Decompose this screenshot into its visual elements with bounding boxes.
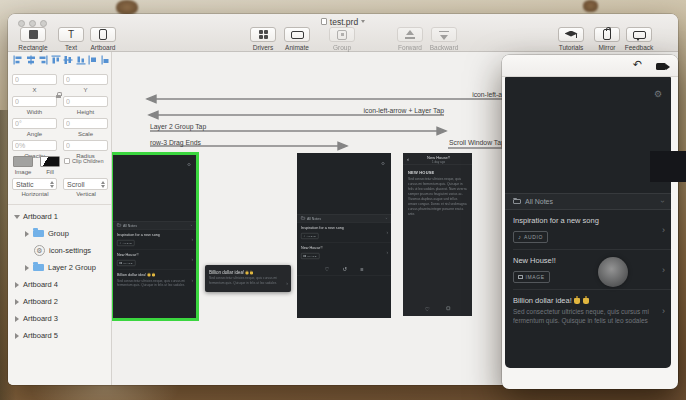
gear-icon[interactable]: ⚙ <box>654 90 662 99</box>
record-video-icon[interactable] <box>656 63 666 70</box>
vertical-label: Vertical <box>71 191 101 197</box>
preview-window: ↶ ⚙ All Notes › Inspiration for a new so… <box>502 55 678 389</box>
note-row[interactable]: New House!! IMAGE › <box>113 250 196 270</box>
layer-row-group[interactable]: Group <box>8 225 110 242</box>
artboard-2[interactable]: ⚙ All Notes › Inspiration for a new song… <box>297 153 391 318</box>
y-input[interactable] <box>63 74 108 85</box>
document-icon <box>321 18 327 25</box>
folder-icon <box>301 217 305 220</box>
align-right-icon[interactable] <box>38 55 48 65</box>
window-title-row: test.prd <box>8 16 678 27</box>
note-row[interactable]: Billion dollar idea! Sed consectetur ult… <box>113 270 196 291</box>
graduation-cap-icon <box>565 31 578 39</box>
chevron-down-icon: › <box>385 218 390 219</box>
disclosure-triangle-icon[interactable] <box>15 299 19 305</box>
detail-subtitle: 1 day ago <box>409 160 468 163</box>
artboard-3[interactable]: ‹ New House!! 1 day ago NEW HOUSE Sed co… <box>403 153 472 316</box>
note-row[interactable]: Inspiration for a new song ♪AUDIO › <box>297 223 391 243</box>
clip-children-checkbox[interactable] <box>64 158 70 164</box>
disclosure-triangle-icon[interactable] <box>14 215 20 219</box>
transition-label[interactable]: Layer 2 Group Tap <box>150 123 206 130</box>
align-center-h-icon[interactable] <box>26 55 36 65</box>
tutorials-button[interactable]: Tutorials <box>552 27 590 51</box>
chevron-down-icon: › <box>190 225 195 226</box>
note-row[interactable]: Inspiration for a new song ♪AUDIO › <box>113 230 196 250</box>
chevron-right-icon: › <box>192 237 194 242</box>
x-input[interactable] <box>12 74 57 85</box>
forward-button: Forward <box>391 27 429 51</box>
folder-row[interactable]: All Notes › <box>297 214 391 223</box>
preview-screen[interactable]: ⚙ All Notes › Inspiration for a new song… <box>505 77 671 368</box>
note-glyph-icon: ♪ <box>304 235 306 238</box>
horizontal-scroll-select[interactable]: Static <box>12 178 57 190</box>
transition-label[interactable]: icon-left-arrow + Layer Tap <box>363 107 444 114</box>
transition-label[interactable]: row-3 Drag Ends <box>150 139 201 146</box>
gear-icon[interactable]: ⚙ <box>187 162 191 167</box>
image-swatch-label: Image <box>8 169 38 175</box>
radius-input[interactable] <box>63 140 108 151</box>
lock-ratio-icon[interactable] <box>56 92 61 98</box>
scale-input[interactable] <box>63 118 108 129</box>
disclosure-triangle-icon[interactable] <box>15 333 19 339</box>
height-input[interactable] <box>63 96 108 107</box>
align-left-icon[interactable] <box>13 55 23 65</box>
note-toolbar: ♡ ↺ ≡ <box>297 262 391 275</box>
align-top-icon[interactable] <box>51 55 61 65</box>
distribute-h-icon[interactable] <box>88 55 98 65</box>
layer-row-artboard-5[interactable]: Artboard 5 <box>8 327 110 344</box>
disclosure-triangle-icon[interactable] <box>25 231 29 237</box>
fill-swatch-label: Fill <box>35 169 65 175</box>
moneybag-emoji <box>250 271 253 274</box>
heart-icon[interactable]: ♡ <box>325 266 330 272</box>
width-input[interactable] <box>12 96 57 107</box>
box-icon[interactable] <box>447 307 451 311</box>
inspector-sidebar: X Y Width Height Angle Scale <box>8 52 112 385</box>
artboard-1[interactable]: ⚙ All Notes › Inspiration for a new song… <box>112 152 199 321</box>
detail-heading: NEW HOUSE <box>408 170 467 175</box>
layer-row-artboard-3[interactable]: Artboard 3 <box>8 310 110 327</box>
chevron-down-icon[interactable] <box>361 20 365 23</box>
note-row[interactable]: Billion dollar idea! Sed consectetur ult… <box>505 290 671 332</box>
align-middle-icon[interactable] <box>63 55 73 65</box>
image-swatch[interactable] <box>13 156 33 167</box>
transition-label[interactable]: Scroll Window Tap <box>449 139 505 146</box>
touch-cursor <box>598 257 628 287</box>
image-badge: IMAGE <box>513 271 550 283</box>
clip-children-control[interactable]: Clip Children <box>64 158 104 164</box>
layer-row-artboard-1[interactable]: Artboard 1 <box>8 208 110 225</box>
animate-button[interactable]: Animate <box>278 27 316 51</box>
menu-icon[interactable]: ≡ <box>360 266 363 272</box>
gear-icon[interactable]: ⚙ <box>381 161 385 166</box>
vertical-scroll-select[interactable]: Scroll <box>63 178 108 190</box>
transition-label[interactable]: icon-left-a <box>472 91 502 98</box>
feedback-button[interactable]: Feedback <box>620 27 658 51</box>
fill-swatch[interactable] <box>40 156 60 167</box>
folder-row[interactable]: All Notes › <box>113 221 196 230</box>
drivers-button[interactable]: Drivers <box>244 27 282 51</box>
disclosure-triangle-icon[interactable] <box>15 282 19 288</box>
opacity-input[interactable] <box>12 140 57 151</box>
detached-note-card[interactable]: Billion dollar idea! Sed consectetur ult… <box>205 265 291 292</box>
artboard-tool-button[interactable]: Artboard <box>84 27 122 51</box>
note-glyph-icon: ♪ <box>120 242 122 245</box>
undo-icon[interactable]: ↶ <box>633 59 642 70</box>
layer-row-artboard-2[interactable]: Artboard 2 <box>8 293 110 310</box>
disclosure-triangle-icon[interactable] <box>15 316 19 322</box>
disclosure-triangle-icon[interactable] <box>25 265 29 271</box>
moneybag-emoji <box>574 298 580 304</box>
note-row[interactable]: New House!! IMAGE › <box>297 243 391 263</box>
note-row[interactable]: Inspiration for a new song ♪AUDIO › <box>505 210 671 249</box>
chevron-down-icon: › <box>658 200 667 203</box>
align-bottom-icon[interactable] <box>76 55 86 65</box>
layer-row-icon-settings[interactable]: ⚙ icon-settings <box>8 242 110 259</box>
note-row[interactable]: New House!! IMAGE › <box>505 250 671 289</box>
folder-row[interactable]: All Notes › <box>505 193 671 210</box>
rectangle-tool-button[interactable]: Rectangle <box>14 27 52 51</box>
angle-input[interactable] <box>12 118 57 129</box>
layer-row-layer2-group[interactable]: Layer 2 Group <box>8 259 110 276</box>
heart-icon[interactable]: ♡ <box>425 307 430 313</box>
layer-row-artboard-4[interactable]: Artboard 4 <box>8 276 110 293</box>
distribute-v-icon[interactable] <box>101 55 111 65</box>
moneybag-emoji <box>583 298 589 304</box>
undo-icon[interactable]: ↺ <box>343 266 348 272</box>
